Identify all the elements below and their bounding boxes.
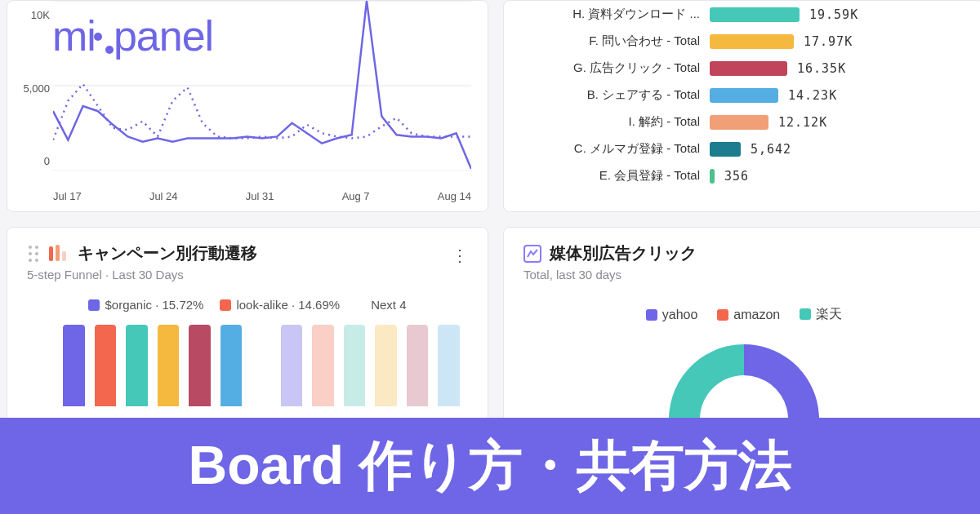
barlist-label: C. メルマガ登録 - Total: [520, 141, 700, 157]
barlist-row: I. 解約 - Total12.12K: [520, 109, 968, 135]
ranked-bars-card: H. 資料ダウンロード ...19.59KF. 問い合わせ - Total17.…: [503, 0, 980, 212]
barlist-row: F. 問い合わせ - Total17.97K: [520, 28, 968, 55]
barlist-value: 356: [724, 169, 749, 184]
banner-text: Board 作り方・共有方法: [188, 429, 791, 503]
barlist-bar: [710, 88, 778, 103]
barlist-label: H. 資料ダウンロード ...: [520, 7, 700, 22]
barlist-label: F. 問い合わせ - Total: [520, 33, 700, 49]
funnel-bar: [375, 325, 397, 406]
barlist-row: E. 会員登録 - Total356: [520, 162, 968, 189]
funnel-bar: [158, 325, 180, 406]
legend-item: 楽天: [800, 306, 842, 323]
barlist-label: G. 広告クリック - Total: [520, 60, 700, 76]
barlist-bar: [710, 34, 794, 49]
x-axis-ticks: Jul 17Jul 24Jul 31Aug 7Aug 14: [53, 190, 471, 206]
svg-rect-5: [62, 251, 66, 261]
svg-rect-3: [49, 246, 53, 261]
funnel-icon: [48, 245, 69, 263]
funnel-bar: [220, 325, 243, 406]
barlist-bar: [710, 142, 741, 157]
legend-item: amazon: [717, 308, 780, 322]
y-axis-ticks: 10K5,0000: [17, 1, 50, 172]
drag-handle-icon[interactable]: [27, 244, 40, 264]
banner: Board 作り方・共有方法: [0, 418, 980, 514]
barlist-bar: [710, 115, 768, 130]
funnel-bar: [189, 325, 211, 406]
funnel-bar: [126, 325, 148, 406]
funnel-bar: [344, 325, 366, 406]
barlist-value: 12.12K: [778, 115, 827, 130]
barlist-bar: [710, 61, 787, 76]
funnel-subtitle: 5-step Funnel · Last 30 Days: [27, 268, 468, 281]
donut-title: 媒体別広告クリック: [550, 242, 697, 264]
funnel-legend: $organic · 15.72%look-alike · 14.69%Next…: [27, 298, 468, 312]
funnel-title: キャンペーン別行動遷移: [78, 242, 257, 264]
barlist-bar: [710, 169, 715, 184]
barlist-value: 5,642: [751, 142, 791, 157]
barlist-row: C. メルマガ登録 - Total5,642: [520, 135, 968, 162]
barlist-label: E. 会員登録 - Total: [520, 168, 700, 184]
next-button[interactable]: Next 4: [371, 298, 406, 312]
legend-item: yahoo: [646, 308, 698, 322]
donut-legend: yahooamazon楽天: [523, 306, 964, 323]
funnel-bar: [312, 325, 334, 406]
legend-item: look-alike · 14.69%: [220, 298, 340, 312]
funnel-bar: [63, 325, 85, 406]
barlist-value: 19.59K: [809, 7, 858, 22]
barlist-label: B. シェアする - Total: [520, 87, 700, 103]
kebab-menu-icon[interactable]: ⋮: [452, 246, 466, 265]
barlist-value: 17.97K: [804, 34, 853, 49]
barlist-row: B. シェアする - Total14.23K: [520, 82, 968, 109]
funnel-bar: [407, 325, 429, 406]
legend-item: $organic · 15.72%: [88, 298, 203, 312]
barlist-row: H. 資料ダウンロード ...19.59K: [520, 1, 968, 28]
funnel-bar: [281, 325, 303, 406]
barlist-bar: [710, 7, 800, 22]
donut-subtitle: Total, last 30 days: [523, 268, 964, 281]
barlist-value: 16.35K: [797, 61, 846, 76]
svg-rect-4: [56, 245, 60, 261]
funnel-bar: [438, 325, 460, 406]
mixpanel-logo: mipanel: [52, 11, 213, 60]
line-chart-icon: [523, 245, 541, 263]
funnel-bar: [95, 325, 117, 406]
barlist-label: I. 解約 - Total: [520, 114, 700, 130]
barlist-value: 14.23K: [788, 88, 837, 103]
barlist-row: G. 広告クリック - Total16.35K: [520, 55, 968, 82]
